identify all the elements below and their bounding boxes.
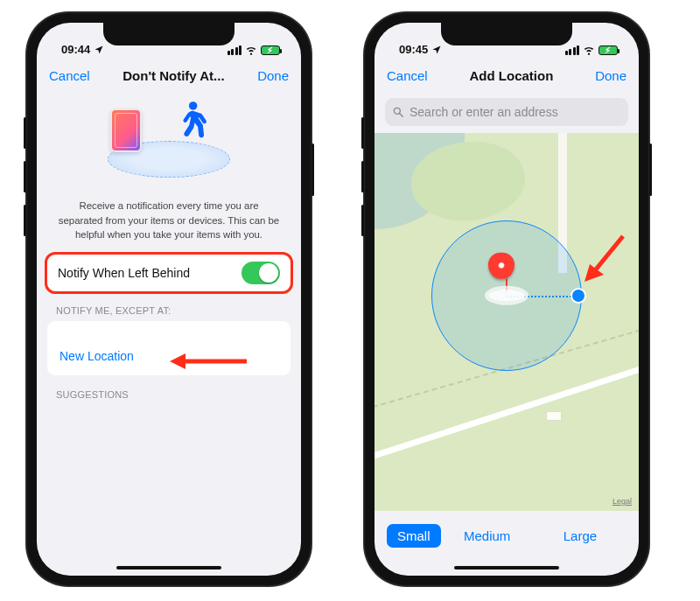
page-title: Don't Notify At... [122, 68, 224, 83]
notch [441, 23, 572, 45]
map-view[interactable]: Legal [374, 133, 639, 511]
annotation-arrow [168, 351, 248, 372]
nav-bar: Cancel Add Location Done [374, 58, 639, 93]
ipad-icon [110, 108, 142, 152]
svg-point-0 [189, 101, 197, 109]
phone-right: 09:45 ⚡︎ Cancel Add Location Done Search… [364, 12, 649, 586]
radius-large[interactable]: Large [534, 528, 626, 543]
radius-small[interactable]: Small [387, 524, 441, 548]
radius-medium[interactable]: Medium [441, 528, 534, 543]
home-indicator [454, 566, 559, 570]
description-text: Receive a notification every time you ar… [37, 193, 301, 255]
nav-bar: Cancel Don't Notify At... Done [37, 58, 301, 93]
wifi-icon [583, 44, 595, 56]
wifi-icon [245, 44, 257, 56]
phone-left: 09:44 ⚡︎ Cancel Don't Notify At... Done … [26, 12, 312, 586]
svg-line-5 [592, 236, 623, 275]
done-button[interactable]: Done [257, 68, 289, 83]
radius-segmented[interactable]: Small Medium Large [387, 518, 626, 553]
building-icon [546, 411, 562, 421]
svg-marker-2 [170, 353, 186, 369]
except-header: NOTIFY ME, EXCEPT AT: [37, 291, 301, 321]
location-arrow-icon [94, 45, 104, 55]
battery-icon: ⚡︎ [598, 45, 618, 55]
status-time: 09:44 [61, 43, 90, 56]
status-time: 09:45 [399, 43, 428, 56]
signal-icon [565, 45, 580, 55]
annotation-arrow [579, 231, 628, 287]
walking-person-icon [170, 100, 210, 154]
signal-icon [228, 45, 242, 55]
page-title: Add Location [470, 68, 554, 83]
exceptions-card: New Location [47, 321, 290, 375]
svg-line-4 [400, 114, 403, 117]
toggle-label: Notify When Left Behind [58, 266, 190, 280]
cancel-button[interactable]: Cancel [387, 68, 428, 83]
svg-marker-6 [584, 264, 604, 282]
battery-icon: ⚡︎ [261, 45, 280, 55]
home-indicator [116, 566, 221, 570]
hero-illustration [37, 93, 301, 193]
search-icon [392, 106, 404, 118]
done-button[interactable]: Done [595, 68, 626, 83]
suggestions-header: SUGGESTIONS [37, 375, 301, 405]
cancel-button[interactable]: Cancel [49, 68, 90, 83]
notify-toggle-row[interactable]: Notify When Left Behind [47, 255, 290, 291]
toggle-switch[interactable] [242, 262, 280, 284]
map-pin[interactable] [488, 253, 525, 302]
search-bar[interactable]: Search or enter an address [385, 98, 628, 126]
notch [103, 23, 234, 45]
location-arrow-icon [431, 45, 442, 55]
search-placeholder: Search or enter an address [410, 105, 558, 119]
map-legal-link[interactable]: Legal [612, 497, 632, 506]
radius-handle[interactable] [572, 290, 584, 302]
